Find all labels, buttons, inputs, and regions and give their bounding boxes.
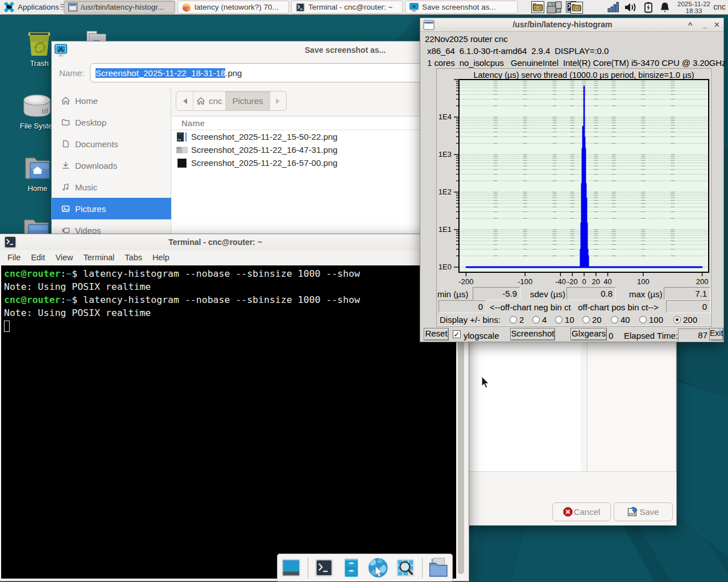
shade-button[interactable]: ^ — [685, 20, 695, 30]
filemanager-icon[interactable] — [428, 556, 449, 580]
radio-200[interactable] — [673, 316, 681, 323]
menu-help[interactable]: Help — [147, 253, 175, 262]
cancel-button[interactable]: Cancel — [552, 502, 611, 521]
screenshot-button[interactable]: Screenshot — [510, 328, 555, 340]
desktop-icon-home[interactable]: Home — [22, 155, 53, 196]
forward-button[interactable] — [270, 92, 286, 110]
ylogscale-checkbox[interactable]: ✓ — [453, 330, 461, 338]
radio-100[interactable] — [639, 316, 647, 323]
sidebar-item-label: Desktop — [75, 118, 106, 127]
exit-button[interactable]: Exit — [709, 328, 723, 340]
menu-tabs[interactable]: Tabs — [119, 253, 147, 262]
notification-bell-icon[interactable] — [659, 2, 671, 13]
menu-terminal[interactable]: Terminal — [78, 253, 120, 262]
cancel-button-label: Cancel — [574, 507, 601, 517]
sidebar-item-desktop[interactable]: Desktop — [52, 111, 171, 133]
taskbar-button-latency[interactable]: /usr/bin/latency-histogr... — [64, 1, 175, 14]
max-value[interactable]: 7.1 — [664, 287, 710, 300]
sidebar-item-music[interactable]: Music — [52, 176, 171, 198]
radio-100-label[interactable]: 100 — [649, 315, 663, 325]
menu-file[interactable]: File — [2, 253, 26, 262]
desktop-icon[interactable] — [280, 556, 302, 580]
sidebar-item-downloads[interactable]: Downloads — [52, 155, 171, 176]
min-value[interactable]: -5.9 — [473, 287, 520, 300]
back-button[interactable] — [176, 92, 193, 110]
terminal-screen[interactable]: cnc@router:~$ latency-histogram --nobase… — [1, 265, 457, 579]
menu-edit[interactable]: Edit — [26, 253, 50, 262]
filesystem-icon — [22, 92, 52, 119]
info-line-1: 22Nov2025 router cnc — [425, 34, 508, 44]
desktop-icon-label: Home — [22, 184, 53, 193]
terminal-screenshot-icon[interactable] — [566, 1, 583, 14]
taskbar-button-terminal[interactable]: Terminal - cnc@router: ~ — [291, 1, 403, 14]
screenshot-folder-icon[interactable] — [531, 1, 544, 13]
svg-text:1E3: 1E3 — [439, 150, 452, 159]
svg-text:0: 0 — [582, 277, 586, 286]
sidebar-item-label: Music — [75, 182, 97, 192]
radio-4[interactable] — [532, 316, 540, 323]
radio-40[interactable] — [611, 316, 618, 323]
applications-menu[interactable]: Applications — [1, 0, 61, 14]
terminal-cursor — [4, 321, 10, 332]
sidebar-item-documents[interactable]: Documents — [52, 133, 171, 155]
menu-view[interactable]: View — [50, 253, 78, 262]
browser-globe-icon[interactable] — [367, 556, 389, 580]
radio-2-label[interactable]: 2 — [519, 315, 524, 325]
column-header-label: Name — [181, 118, 205, 128]
radio-4-label[interactable]: 4 — [542, 315, 547, 325]
reset-button[interactable]: Reset — [424, 328, 449, 340]
terminal-icon[interactable] — [313, 556, 335, 580]
volume-icon[interactable] — [624, 2, 638, 13]
dock-separator — [308, 558, 308, 578]
documents-icon — [61, 139, 71, 148]
close-button[interactable]: ✕ — [712, 20, 722, 30]
sidebar-item-home[interactable]: Home — [52, 90, 171, 111]
breadcrumb-current[interactable]: Pictures — [225, 92, 270, 110]
battery-icon[interactable] — [643, 2, 654, 13]
radio-10-label[interactable]: 10 — [565, 315, 574, 325]
file-thumbnail — [176, 146, 188, 155]
save-button-label: Save — [639, 507, 659, 517]
svg-text:1E1: 1E1 — [439, 225, 452, 234]
taskbar-button-label: Save screenshot as... — [422, 3, 496, 11]
latency-titlebar[interactable]: /usr/bin/latency-histogram ^ _ ✕ — [420, 18, 723, 32]
window-icon — [68, 3, 77, 11]
taskbar-button-screenshot[interactable]: Save screenshot as... — [405, 1, 518, 14]
radio-2[interactable] — [510, 316, 517, 323]
radio-200-label[interactable]: 200 — [683, 315, 697, 325]
offchart-pos-value[interactable]: 0 — [666, 300, 710, 313]
radio-10[interactable] — [555, 316, 562, 323]
save-button[interactable]: Save — [614, 502, 673, 521]
max-label: max (µs) — [629, 289, 663, 299]
prompt-path: ~ — [66, 294, 72, 305]
prompt-colon: : — [60, 294, 66, 305]
minimize-button[interactable]: _ — [700, 20, 710, 30]
windows-stack-icon[interactable] — [547, 1, 565, 14]
applications-label: Applications — [18, 3, 59, 11]
offchart-neg-value[interactable]: 0 — [439, 300, 486, 313]
appfinder-icon[interactable] — [395, 556, 416, 580]
home-folder-icon — [23, 155, 52, 182]
clock[interactable]: 2025-11-22 18:33 — [677, 1, 710, 14]
elapsed-value[interactable]: 87 — [678, 329, 711, 342]
radio-40-label[interactable]: 40 — [621, 315, 630, 325]
terminal-titlebar[interactable]: Terminal - cnc@router: ~ — [0, 234, 469, 250]
forward-arrow-icon — [275, 98, 281, 105]
breadcrumb-home[interactable]: cnc — [193, 92, 225, 110]
radio-20[interactable] — [582, 316, 590, 323]
network-signal-icon[interactable] — [607, 2, 620, 13]
sidebar-item-pictures[interactable]: Pictures — [52, 198, 171, 219]
taskbar-button-firefox[interactable]: latency (netowork?) 70... — [177, 1, 289, 14]
firefox-icon — [182, 3, 191, 12]
file-name: Screenshot_2025-11-22_16-57-00.png — [191, 158, 337, 168]
glxgears-button[interactable]: Glxgears — [570, 328, 607, 340]
ylogscale-label[interactable]: ylogscale — [464, 331, 499, 340]
username-label: cnc — [713, 2, 726, 11]
radio-20-label[interactable]: 20 — [592, 315, 602, 325]
prompt-user: cnc@router — [4, 268, 60, 279]
breadcrumb-current-label: Pictures — [232, 96, 263, 106]
filecabinet-icon[interactable] — [341, 556, 362, 580]
sdev-value[interactable]: 0.8 — [566, 287, 616, 300]
min-label: min (µs) — [437, 289, 468, 299]
desktop-icon-filesystem[interactable]: File System — [20, 92, 54, 133]
